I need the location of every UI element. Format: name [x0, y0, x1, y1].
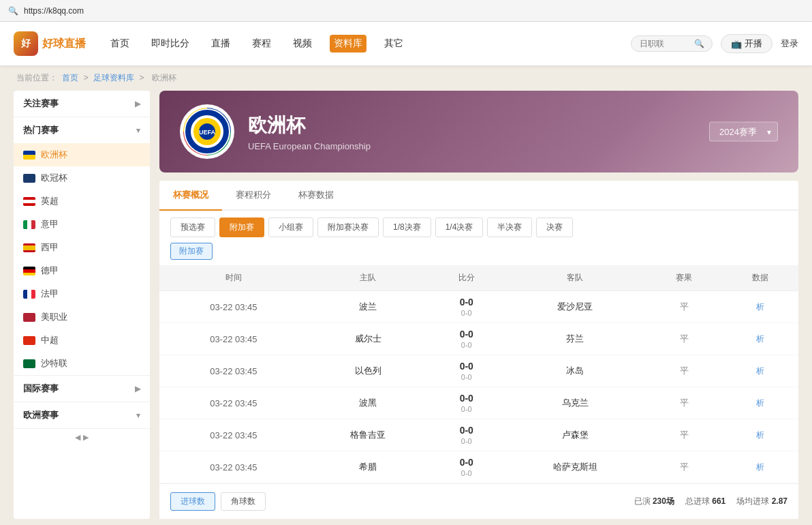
total-goals-label: 总进球 [685, 496, 710, 506]
sidebar-item-seriea[interactable]: 意甲 [14, 213, 150, 236]
hot-section-header[interactable]: 热门赛事 ▾ [14, 117, 150, 143]
result-1: 平 [646, 291, 722, 323]
breadcrumb-current: 欧洲杯 [152, 73, 176, 82]
follow-section-label: 关注赛事 [23, 97, 59, 110]
round-playoff[interactable]: 附加赛 [219, 217, 264, 237]
sidebar-item-uefacl[interactable]: 欧冠杯 [14, 166, 150, 190]
nav-right: 🔍 📺 开播 登录 [631, 34, 798, 53]
round-qualifier[interactable]: 预选赛 [170, 217, 215, 237]
match-time-2: 03-22 03:45 [159, 323, 308, 355]
login-button[interactable]: 登录 [781, 38, 798, 50]
score-main-2: 0-0 [437, 329, 497, 340]
sidebar-item-csl[interactable]: 中超 [14, 329, 150, 352]
address-bar: 🔍 https://k8qq.com [0, 0, 812, 22]
intl-section-header[interactable]: 国际赛事 ▶ [14, 376, 150, 402]
away-team-3: 冰岛 [505, 355, 646, 387]
corners-button[interactable]: 角球数 [221, 492, 266, 511]
sidebar-item-saudi[interactable]: 沙特联 [14, 352, 150, 375]
nav-livescore[interactable]: 即时比分 [147, 35, 193, 52]
cl-flag-icon [23, 174, 35, 183]
ana-link-4[interactable]: 析 [756, 398, 764, 408]
sidebar-saudi-label: 沙特联 [41, 357, 67, 370]
sidebar-item-mls[interactable]: 美职业 [14, 305, 150, 329]
sidebar-csl-label: 中超 [41, 334, 59, 346]
sub-tag-playoff[interactable]: 附加赛 [170, 243, 213, 260]
table-body: 03-22 03:45 波兰 0-0 0-0 爱沙尼亚 平 析 03-22 03… [159, 291, 798, 483]
sidebar-mls-label: 美职业 [41, 311, 67, 323]
home-team-3: 以色列 [308, 355, 428, 387]
header-result: 赛果 [646, 265, 722, 291]
it-flag-icon [23, 220, 35, 229]
away-team-5: 卢森堡 [505, 419, 646, 451]
eu-section-label: 欧洲赛事 [23, 409, 59, 421]
sidebar-scroll-left[interactable]: ◀ ▶ [14, 429, 150, 446]
sidebar-item-premier[interactable]: 英超 [14, 190, 150, 213]
tab-schedule[interactable]: 赛程积分 [222, 181, 285, 211]
sidebar-item-bundesliga[interactable]: 德甲 [14, 259, 150, 282]
round-final[interactable]: 决赛 [536, 217, 573, 237]
nav-other[interactable]: 其它 [380, 35, 407, 52]
nav-schedule[interactable]: 赛程 [248, 35, 275, 52]
round-sf[interactable]: 半决赛 [487, 217, 532, 237]
header-time: 时间 [159, 265, 308, 291]
round-r16[interactable]: 1/8决赛 [383, 217, 431, 237]
score-cell-6: 0-0 0-0 [428, 451, 505, 483]
logo-area: 好 好球直播 [14, 31, 86, 56]
match-time-4: 03-22 03:45 [159, 387, 308, 419]
tournament-logo-svg: UEFA [183, 108, 231, 155]
eu-flag-icon [23, 151, 35, 160]
nav-home[interactable]: 首页 [106, 35, 134, 52]
hot-section-label: 热门赛事 [23, 124, 59, 136]
result-3: 平 [646, 355, 722, 387]
tab-stats[interactable]: 杯赛数据 [285, 181, 347, 211]
search-box[interactable]: 🔍 [631, 35, 713, 52]
eu-section-header[interactable]: 欧洲赛事 ▾ [14, 402, 150, 428]
breadcrumb-home[interactable]: 首页 [62, 73, 78, 82]
sidebar-item-laliga[interactable]: 西甲 [14, 236, 150, 259]
follow-section-header[interactable]: 关注赛事 ▶ [14, 91, 150, 117]
home-team-1: 波兰 [308, 291, 428, 323]
table-row: 03-22 03:45 波兰 0-0 0-0 爱沙尼亚 平 析 [159, 291, 798, 323]
sidebar-item-eucup[interactable]: 欧洲杯 [14, 143, 150, 166]
address-search-icon: 🔍 [8, 6, 18, 16]
round-group[interactable]: 小组赛 [268, 217, 313, 237]
season-select-wrap: 2024赛季 [709, 122, 778, 142]
sidebar-item-ligue1[interactable]: 法甲 [14, 282, 150, 305]
tab-overview[interactable]: 杯赛概况 [159, 181, 222, 211]
nav-database[interactable]: 资料库 [330, 35, 366, 52]
url-text: https://k8qq.com [24, 6, 84, 16]
nav-live[interactable]: 直播 [207, 35, 234, 52]
eu-arrow-icon: ▾ [136, 411, 140, 420]
ana-link-6[interactable]: 析 [756, 462, 764, 472]
search-icon[interactable]: 🔍 [694, 39, 704, 48]
svg-text:UEFA: UEFA [199, 129, 216, 136]
table-row: 03-22 03:45 格鲁吉亚 0-0 0-0 卢森堡 平 析 [159, 419, 798, 451]
ana-link-5[interactable]: 析 [756, 430, 764, 440]
open-broadcast-button[interactable]: 📺 开播 [721, 34, 772, 53]
score-main-5: 0-0 [437, 425, 497, 436]
season-select[interactable]: 2024赛季 [709, 122, 778, 142]
table-row: 03-22 03:45 威尔士 0-0 0-0 芬兰 平 析 [159, 323, 798, 355]
sidebar-premier-label: 英超 [41, 195, 59, 207]
content-area: 关注赛事 ▶ 热门赛事 ▾ 欧洲杯 欧冠杯 英超 意甲 [0, 91, 812, 525]
score-cell-3: 0-0 0-0 [428, 355, 505, 387]
avg-goals-stat: 场均进球 2.87 [736, 496, 787, 507]
ana-link-1[interactable]: 析 [756, 302, 764, 312]
sidebar-eucup-label: 欧洲杯 [41, 149, 67, 161]
round-playoff-final[interactable]: 附加赛决赛 [317, 217, 379, 237]
round-qf[interactable]: 1/4决赛 [435, 217, 484, 237]
away-team-4: 乌克兰 [505, 387, 646, 419]
home-team-6: 希腊 [308, 451, 428, 483]
search-input[interactable] [640, 39, 694, 48]
intl-section: 国际赛事 ▶ [14, 376, 150, 402]
goals-button[interactable]: 进球数 [170, 492, 215, 511]
nav-video[interactable]: 视频 [289, 35, 316, 52]
breadcrumb-section[interactable]: 足球资料库 [93, 73, 134, 82]
header-data: 数据 [722, 265, 798, 291]
bottom-buttons: 进球数 角球数 [170, 492, 266, 511]
ana-link-3[interactable]: 析 [756, 366, 764, 376]
home-team-2: 威尔士 [308, 323, 428, 355]
en-flag-icon [23, 197, 35, 206]
hot-arrow-icon: ▾ [136, 126, 140, 135]
ana-link-2[interactable]: 析 [756, 334, 764, 344]
